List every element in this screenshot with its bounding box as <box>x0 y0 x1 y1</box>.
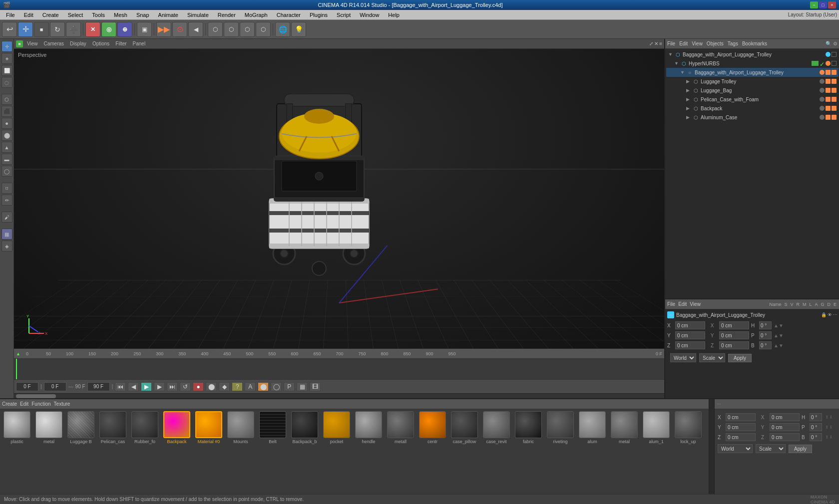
step-forward-button[interactable]: ▶ <box>154 382 165 391</box>
menu-script[interactable]: Script <box>333 11 355 19</box>
timeline-track[interactable] <box>14 359 664 379</box>
mode-b[interactable]: ⬤ <box>258 382 269 391</box>
tool-brush[interactable]: ✏ <box>1 195 12 206</box>
mat-hendle[interactable]: hendle <box>354 411 384 444</box>
coord-y-input[interactable] <box>675 331 705 339</box>
mat-pelican[interactable]: Pelican_cas <box>98 411 128 444</box>
vp-display[interactable]: Display <box>68 41 88 46</box>
vp-panel[interactable]: Panel <box>131 41 148 46</box>
obj-row-aluminum[interactable]: ▶ ⬡ Aluminum_Case <box>666 113 839 122</box>
object-mode[interactable]: ⬡ <box>208 22 223 37</box>
scale-tool[interactable]: ⊕ <box>117 22 132 37</box>
attr-btn-name[interactable]: Name <box>768 302 782 307</box>
coord-hz-input[interactable] <box>719 341 749 349</box>
expand-icon-trolley[interactable]: ▶ <box>686 79 692 84</box>
mat-function[interactable]: Function <box>31 401 50 407</box>
menu-plugins[interactable]: Plugins <box>306 11 332 19</box>
expand-icon-nurbs[interactable]: ▼ <box>674 61 680 66</box>
poly-mode[interactable]: ⬡ <box>256 22 271 37</box>
close-button[interactable]: × <box>828 1 836 8</box>
obj-search-icon[interactable]: 🔍 <box>826 41 832 46</box>
menu-window[interactable]: Window <box>356 11 383 19</box>
apply-btn-2[interactable]: Apply <box>789 445 812 453</box>
obj-vis3[interactable] <box>820 70 825 75</box>
mode-grid[interactable]: ▦ <box>297 382 308 391</box>
obj-objects[interactable]: Objects <box>707 41 724 46</box>
mat-luggage-b[interactable]: Luggage B <box>66 411 96 444</box>
mat-metal[interactable]: metal <box>34 411 64 444</box>
mat-lock-up[interactable]: lock_up <box>673 411 703 444</box>
mat-texture[interactable]: Texture <box>54 401 70 407</box>
mat-backpack-b[interactable]: Backpack_b <box>290 411 320 444</box>
obj-row-backpack[interactable]: ▶ ⬡ Backpack <box>666 104 839 113</box>
object-tool[interactable]: ■ <box>34 22 49 37</box>
tool-sphere[interactable]: ● <box>1 118 12 129</box>
obj-row-hypernurbs[interactable]: ▼ ⬡ HyperNURBS ✓ <box>666 59 839 68</box>
obj-tags[interactable]: Tags <box>728 41 738 46</box>
obj-vis-dot2[interactable] <box>826 61 831 66</box>
obj-row-baggage-sub[interactable]: ▼ ○ Baggage_with_Airport_Luggage_Trolley <box>666 68 839 77</box>
viewport-3d[interactable]: X Y Z Perspective <box>14 49 664 348</box>
scale-dropdown[interactable]: Scale Size <box>699 353 725 362</box>
coord-h-input[interactable] <box>759 321 772 329</box>
obj-row-luggage-bag[interactable]: ▶ ⬡ Luggage_Bag <box>666 86 839 95</box>
mat-case-pillow[interactable]: case_pillow <box>449 411 479 444</box>
mat-pocket[interactable]: pocket <box>322 411 352 444</box>
input-b[interactable] <box>810 433 822 441</box>
menu-simulate[interactable]: Simulate <box>183 11 213 19</box>
mode-film[interactable]: 🎞 <box>310 382 321 391</box>
attr-btn-v[interactable]: V <box>789 302 794 307</box>
mat-riveting[interactable]: riveting <box>545 411 575 444</box>
tool-lasso[interactable]: ◌ <box>1 77 12 88</box>
obj-file[interactable]: File <box>667 41 675 46</box>
menu-tools[interactable]: Tools <box>88 11 109 19</box>
mat-metall[interactable]: metall <box>386 411 416 444</box>
minimize-button[interactable]: − <box>810 1 818 8</box>
attr-btn-d[interactable]: D <box>826 302 832 307</box>
input-x[interactable] <box>726 413 756 421</box>
obj-vis8[interactable] <box>820 115 825 120</box>
obj-edit[interactable]: Edit <box>679 41 688 46</box>
tool-grid[interactable]: ▦ <box>1 229 12 240</box>
mode-a[interactable]: A <box>245 382 256 391</box>
expand-icon-bag[interactable]: ▼ <box>680 70 686 75</box>
attr-lock[interactable]: 🔒 <box>821 312 827 317</box>
expand-icon-pelican[interactable]: ▶ <box>686 97 692 102</box>
attr-btn-a[interactable]: A <box>814 302 819 307</box>
tool-cylinder[interactable]: ⬤ <box>1 130 12 141</box>
point-mode[interactable]: ⬡ <box>240 22 255 37</box>
mat-metal2[interactable]: metal <box>609 411 639 444</box>
mat-plastic[interactable]: plastic <box>2 411 32 444</box>
obj-tag8[interactable] <box>832 97 837 102</box>
tool-cube[interactable]: ⬛ <box>1 106 12 117</box>
attr-view[interactable]: View <box>690 301 701 307</box>
obj-vis5[interactable] <box>820 88 825 93</box>
input-hx[interactable] <box>770 413 800 421</box>
start-frame-input[interactable] <box>44 382 66 391</box>
keyframe-button[interactable]: ◆ <box>219 382 230 391</box>
play-button[interactable]: ▶▶ <box>156 22 171 37</box>
tool-move[interactable]: ✛ <box>1 41 12 52</box>
coord-x-input[interactable] <box>675 321 705 329</box>
obj-lock-dot[interactable] <box>832 52 837 57</box>
attr-file[interactable]: File <box>667 301 675 307</box>
mat-centr[interactable]: centr <box>418 411 447 444</box>
attr-edit[interactable]: Edit <box>678 301 687 307</box>
mode-c[interactable]: ◯ <box>271 382 282 391</box>
render-settings[interactable]: ▣ <box>137 22 152 37</box>
obj-lock2[interactable] <box>832 61 837 66</box>
vp-options[interactable]: Options <box>90 41 111 46</box>
move-tool2[interactable]: ◎ <box>101 22 116 37</box>
coord-hy-input[interactable] <box>719 331 749 339</box>
input-hy[interactable] <box>770 423 800 431</box>
vp-close[interactable]: ✕ <box>654 41 658 46</box>
tool-paint[interactable]: 🖌 <box>1 212 12 223</box>
apply-button[interactable]: Apply <box>728 354 752 362</box>
obj-tag5[interactable] <box>826 88 831 93</box>
obj-bookmarks[interactable]: Bookmarks <box>742 41 767 46</box>
tool-torus[interactable]: ◯ <box>1 166 12 177</box>
tool-select-live[interactable]: ◈ <box>1 53 12 64</box>
obj-tag4[interactable] <box>832 79 837 84</box>
goto-end-button[interactable]: ⏭ <box>167 382 178 391</box>
mat-alum1[interactable]: alum_1 <box>641 411 671 444</box>
